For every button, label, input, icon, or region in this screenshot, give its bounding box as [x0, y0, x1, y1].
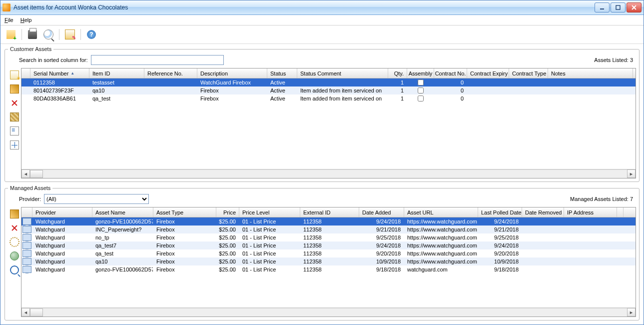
table-row[interactable]: Watchguardqa_test7Firebox$25.0001 - List… [21, 242, 636, 250]
tool-help-icon[interactable]: ? [84, 28, 99, 42]
table-row[interactable]: 80DA03836AB61qa_testFireboxActiveItem ad… [21, 94, 636, 102]
table-row[interactable]: WatchguardINC_Paperweight?Firebox$25.000… [21, 226, 636, 234]
side-assembly-button[interactable] [8, 111, 20, 123]
side-grid-button[interactable] [8, 139, 20, 151]
tool-print-icon[interactable] [25, 28, 40, 42]
scroll-left-icon[interactable]: ◄ [21, 170, 30, 178]
scroll-thumb[interactable] [30, 170, 43, 178]
cell: 9/24/2018 [359, 218, 404, 226]
cell: Watchguard [32, 226, 92, 234]
cell [522, 258, 564, 266]
side-edit-button[interactable] [8, 208, 20, 220]
column-header[interactable]: IP Address [564, 208, 617, 217]
side-edit-button[interactable] [8, 83, 20, 95]
column-header[interactable]: Status [267, 68, 297, 78]
row-icon-cell [21, 218, 32, 226]
scroll-right-icon[interactable]: ► [627, 170, 636, 178]
column-header[interactable]: Assembly [407, 68, 434, 78]
menu-help[interactable]: Help [20, 17, 32, 23]
column-header[interactable] [617, 208, 624, 217]
monitor-icon [22, 250, 31, 257]
side-find-button[interactable] [8, 264, 20, 276]
column-header[interactable]: Notes [548, 68, 633, 78]
scroll-track[interactable] [30, 308, 627, 316]
side-gear-button[interactable] [8, 236, 20, 248]
new-icon [6, 30, 15, 39]
tool-new-icon[interactable] [3, 28, 18, 42]
table-row[interactable]: Watchguardqa_testFirebox$25.0001 - List … [21, 250, 636, 258]
scroll-left-icon[interactable]: ◄ [21, 308, 30, 316]
tool-report-icon[interactable] [62, 28, 77, 42]
scroll-right-icon[interactable]: ► [627, 308, 636, 316]
customer-grid-body[interactable]: 0112358testassetWatchGuard FireboxActive… [21, 78, 636, 169]
provider-select[interactable]: (All) [44, 194, 149, 204]
table-row[interactable]: 0112358testassetWatchGuard FireboxActive… [21, 78, 636, 86]
cell [522, 234, 564, 242]
titlebar[interactable]: Asset items for Account Wonka Chocolates [0, 0, 644, 15]
side-delete-button[interactable] [8, 97, 20, 109]
cell [548, 86, 633, 94]
column-header[interactable]: External ID [300, 208, 359, 217]
table-row[interactable]: Watchguardno_tpFirebox$25.0001 - List Pr… [21, 234, 636, 242]
column-header[interactable]: Status Comment [297, 68, 388, 78]
column-header[interactable]: Last Polled Date [478, 208, 522, 217]
managed-grid-body[interactable]: Watchguardgonzo-FVE1000662D57Firebox$25.… [21, 218, 636, 308]
minimize-button[interactable] [595, 2, 610, 12]
table-row[interactable]: 801402739F23Fqa10FireboxActiveItem added… [21, 86, 636, 94]
customer-assets-legend: Customer Assets [8, 46, 53, 52]
side-globe-button[interactable] [8, 250, 20, 262]
table-row[interactable]: Watchguardqa10Firebox$25.0001 - List Pri… [21, 258, 636, 266]
cell: 9/21/2018 [478, 226, 522, 234]
column-header[interactable]: Provider [32, 208, 92, 217]
close-button[interactable] [627, 2, 642, 12]
column-header[interactable]: Contract Expiry [467, 68, 509, 78]
cell: Watchguard [32, 218, 92, 226]
cell [407, 86, 434, 94]
search-input[interactable] [91, 55, 224, 65]
column-header[interactable]: Description [197, 68, 267, 78]
column-header[interactable]: Asset URL [404, 208, 478, 217]
maximize-button[interactable] [611, 2, 626, 12]
customer-hscroll[interactable]: ◄ ► [21, 169, 636, 178]
side-new-button[interactable] [8, 69, 20, 81]
assembly-checkbox[interactable] [418, 80, 424, 86]
globe-icon [10, 252, 19, 260]
column-header[interactable]: Asset Type [153, 208, 216, 217]
side-delete-button[interactable] [8, 222, 20, 234]
managed-assets-legend: Managed Assets [8, 185, 52, 191]
column-header[interactable]: Reference No. [144, 68, 197, 78]
column-header[interactable] [21, 208, 32, 217]
column-header[interactable]: Qty. [388, 68, 407, 78]
table-row[interactable]: Watchguardgonzo-FVE1000662D57Firebox$25.… [21, 266, 636, 274]
assembly-checkbox[interactable] [418, 88, 424, 94]
column-header[interactable]: Item ID [89, 68, 144, 78]
column-header[interactable]: Date Removed [522, 208, 564, 217]
cell: https://www.watchguard.com [404, 218, 478, 226]
column-header[interactable]: Date Added [359, 208, 404, 217]
scroll-track[interactable] [30, 170, 627, 178]
tool-preview-icon[interactable] [41, 28, 56, 42]
side-doc-button[interactable] [8, 125, 20, 137]
column-header[interactable]: Price [216, 208, 239, 217]
cell: https://www.watchguard.com [404, 234, 478, 242]
cell [509, 78, 548, 86]
customer-assets-group: Customer Assets Search in sorted column … [4, 46, 640, 182]
managed-hscroll[interactable]: ◄ ► [21, 308, 636, 316]
column-header[interactable]: Contract No. [434, 68, 467, 78]
column-header[interactable]: Serial Number [30, 68, 89, 78]
cell: 01 - List Price [239, 258, 300, 266]
column-header[interactable]: Contract Type [509, 68, 548, 78]
cell: Firebox [153, 266, 216, 274]
scroll-thumb[interactable] [30, 308, 43, 316]
table-row[interactable]: Watchguardgonzo-FVE1000662D57Firebox$25.… [21, 218, 636, 226]
column-header[interactable]: Price Level [239, 208, 300, 217]
app-window: Asset items for Account Wonka Chocolates… [0, 0, 644, 325]
cell [467, 94, 509, 102]
assembly-checkbox[interactable] [418, 96, 424, 102]
cell: $25.00 [216, 226, 239, 234]
column-header[interactable]: Asset Name [92, 208, 153, 217]
menu-file[interactable]: File [4, 17, 13, 23]
cell [509, 86, 548, 94]
column-header[interactable] [21, 68, 30, 78]
pencil-icon [10, 210, 19, 218]
